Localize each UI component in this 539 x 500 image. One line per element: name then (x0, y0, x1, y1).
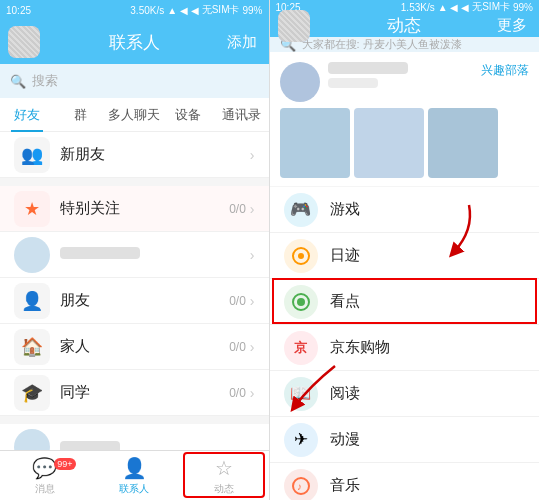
right-menu-diary[interactable]: 日迹 (270, 233, 540, 279)
blurred-avatar-1 (14, 429, 50, 451)
right-header-title: 动态 (387, 14, 421, 37)
left-signal: ▲ ◀ ◀ (167, 5, 198, 16)
jd-icon: 京 (284, 331, 318, 365)
special-concern-label: 特别关注 (60, 199, 229, 218)
diary-icon (284, 239, 318, 273)
right-menu-music[interactable]: ♪ 音乐 (270, 463, 540, 500)
right-avatar-blur (278, 10, 310, 42)
left-panel: 10:25 3.50K/s ▲ ◀ ◀ 无SIM卡 99% 联系人 添加 🔍 搜… (0, 0, 270, 500)
kandian-label: 看点 (330, 292, 360, 311)
divider-1 (0, 178, 269, 186)
music-label: 音乐 (330, 476, 360, 495)
left-nav-feed[interactable]: ☆ 动态 (179, 456, 269, 496)
left-header-avatar (8, 26, 40, 58)
right-search-bar[interactable]: 🔍 大家都在搜: 丹麦小美人鱼被泼漆 (270, 37, 540, 52)
anime-label: 动漫 (330, 430, 360, 449)
right-signal: ▲ ◀ ◀ (438, 2, 469, 13)
right-menu-anime[interactable]: ✈ 动漫 (270, 417, 540, 463)
svg-text:♪: ♪ (297, 481, 302, 492)
family-count: 0/0 (229, 340, 246, 354)
svg-point-3 (297, 298, 305, 306)
feed-avatar (280, 62, 320, 102)
tab-contacts[interactable]: 通讯录 (215, 98, 269, 132)
left-contacts-icon: 👤 (122, 456, 147, 480)
blurred-contact-1[interactable] (0, 424, 269, 450)
avatar-blur-img (8, 26, 40, 58)
right-header-avatar (278, 10, 310, 42)
left-contacts-label: 联系人 (119, 482, 149, 496)
classmates-label: 同学 (60, 383, 229, 402)
left-search-bar[interactable]: 🔍 搜索 (0, 64, 269, 98)
right-battery: 99% (513, 2, 533, 13)
family-arrow: › (250, 339, 255, 355)
right-more-button[interactable]: 更多 (497, 16, 527, 35)
new-friends-item[interactable]: 👥 新朋友 › (0, 132, 269, 178)
right-menu-kandian[interactable]: 看点 (270, 279, 540, 325)
my-friends-avatar (14, 237, 50, 273)
my-friends-name-blur (60, 247, 140, 259)
classmates-icon: 🎓 (21, 382, 43, 404)
friends-arrow: › (250, 293, 255, 309)
interest-label[interactable]: 兴趣部落 (481, 62, 529, 79)
new-friends-icon: 👥 (21, 144, 43, 166)
feed-images (270, 108, 540, 186)
read-label: 阅读 (330, 384, 360, 403)
left-search-icon: 🔍 (10, 74, 26, 89)
right-menu-jd[interactable]: 京 京东购物 (270, 325, 540, 371)
left-carrier: 无SIM卡 (202, 3, 240, 17)
friends-count: 0/0 (229, 294, 246, 308)
friends-icon: 👤 (21, 290, 43, 312)
friends-item[interactable]: 👤 朋友 0/0 › (0, 278, 269, 324)
games-icon: 🎮 (284, 193, 318, 227)
left-nav-messages[interactable]: 💬 消息 99+ (0, 456, 90, 496)
classmates-item[interactable]: 🎓 同学 0/0 › (0, 370, 269, 416)
left-search-placeholder: 搜索 (32, 72, 58, 90)
right-speed: 1.53K/s (401, 2, 435, 13)
left-message-icon: 💬 (32, 456, 57, 480)
special-concern-count: 0/0 (229, 202, 246, 216)
right-carrier: 无SIM卡 (472, 0, 510, 14)
blurred-text-1 (60, 441, 120, 451)
left-header: 联系人 添加 (0, 20, 269, 64)
music-icon: ♪ (284, 469, 318, 501)
right-menu-games[interactable]: 🎮 游戏 (270, 187, 540, 233)
kandian-icon (284, 285, 318, 319)
left-header-title: 联系人 (109, 31, 160, 54)
my-friends-arrow: › (250, 247, 255, 263)
right-menu-read[interactable]: 📖 阅读 (270, 371, 540, 417)
left-menu-list: 👥 新朋友 › ★ 特别关注 0/0 › › 👤 朋友 (0, 132, 269, 450)
feed-card: 兴趣部落 (270, 52, 540, 186)
feed-content (328, 62, 474, 88)
classmates-count: 0/0 (229, 386, 246, 400)
svg-point-1 (298, 253, 304, 259)
right-panel: 10:25 1.53K/s ▲ ◀ ◀ 无SIM卡 99% 动态 更多 🔍 大家… (270, 0, 540, 500)
left-battery: 99% (242, 5, 262, 16)
special-concern-item[interactable]: ★ 特别关注 0/0 › (0, 186, 269, 232)
special-concern-arrow: › (250, 201, 255, 217)
new-friends-arrow: › (250, 147, 255, 163)
feed-img-3 (428, 108, 498, 178)
feed-img-1 (280, 108, 350, 178)
left-feed-icon: ☆ (215, 456, 233, 480)
jd-label: 京东购物 (330, 338, 390, 357)
family-item[interactable]: 🏠 家人 0/0 › (0, 324, 269, 370)
tab-groups[interactable]: 群 (54, 98, 108, 132)
friends-label: 朋友 (60, 291, 229, 310)
special-concern-icon: ★ (24, 198, 40, 220)
left-nav-contacts[interactable]: 👤 联系人 (90, 456, 180, 496)
feed-time-blur (328, 78, 378, 88)
left-status-bar: 10:25 3.50K/s ▲ ◀ ◀ 无SIM卡 99% (0, 0, 269, 20)
right-header: 动态 更多 (270, 14, 540, 37)
anime-icon: ✈ (284, 423, 318, 457)
new-friends-label: 新朋友 (60, 145, 246, 164)
diary-label: 日迹 (330, 246, 360, 265)
left-message-label: 消息 (35, 482, 55, 496)
right-menu-section: 🎮 游戏 日迹 看点 京 京东购物 📖 阅读 ✈ 动漫 (270, 187, 540, 500)
tab-devices[interactable]: 设备 (161, 98, 215, 132)
left-add-button[interactable]: 添加 (227, 33, 257, 52)
tab-multi-chat[interactable]: 多人聊天 (107, 98, 161, 132)
tab-friends[interactable]: 好友 (0, 98, 54, 132)
classmates-arrow: › (250, 385, 255, 401)
feed-name-blur (328, 62, 408, 74)
my-friends-item[interactable]: › (0, 232, 269, 278)
